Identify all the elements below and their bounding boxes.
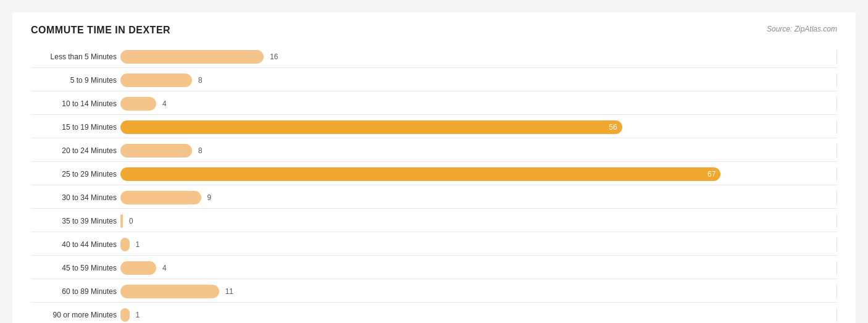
- bar-fill: 4: [120, 261, 156, 275]
- bar-label: Less than 5 Minutes: [31, 52, 120, 61]
- bar-fill: 8: [120, 144, 192, 157]
- bar-track: 11: [120, 285, 837, 298]
- bar-value: 0: [127, 217, 133, 225]
- bar-fill: 8: [120, 73, 192, 87]
- bar-fill: 4: [120, 97, 156, 111]
- bar-value: 16: [267, 52, 278, 61]
- bar-label: 35 to 39 Minutes: [31, 217, 120, 225]
- bar-track: 4: [120, 261, 837, 275]
- bar-label: 40 to 44 Minutes: [31, 240, 120, 249]
- bar-track: 0: [120, 214, 837, 228]
- bar-label: 90 or more Minutes: [31, 311, 120, 319]
- bar-label: 5 to 9 Minutes: [31, 76, 120, 85]
- bar-row: 25 to 29 Minutes67: [31, 163, 837, 185]
- bar-label: 30 to 34 Minutes: [31, 193, 120, 202]
- bar-row: 5 to 9 Minutes8: [31, 69, 837, 91]
- bar-track: 16: [120, 50, 837, 64]
- bar-track: 8: [120, 144, 837, 157]
- bar-label: 60 to 89 Minutes: [31, 287, 120, 296]
- bar-value: 67: [707, 170, 716, 178]
- bar-track: 1: [120, 308, 837, 322]
- bar-value: 56: [609, 123, 617, 132]
- bar-label: 15 to 19 Minutes: [31, 123, 120, 132]
- bar-row: 40 to 44 Minutes1: [31, 233, 837, 256]
- bar-label: 25 to 29 Minutes: [31, 170, 120, 178]
- bar-fill: 16: [120, 50, 264, 64]
- bar-track: 67: [120, 167, 837, 181]
- bar-track: 9: [120, 191, 837, 204]
- bar-row: 90 or more Minutes1: [31, 304, 837, 323]
- bar-row: 30 to 34 Minutes9: [31, 187, 837, 209]
- bar-fill: 56: [120, 120, 622, 134]
- bar-value: 8: [196, 146, 202, 155]
- bar-row: 10 to 14 Minutes4: [31, 93, 837, 115]
- bars-area: Less than 5 Minutes165 to 9 Minutes810 t…: [31, 46, 837, 323]
- bar-value: 1: [133, 311, 140, 319]
- bar-track: 56: [120, 120, 837, 134]
- bar-row: Less than 5 Minutes16: [31, 46, 837, 68]
- bar-row: 20 to 24 Minutes8: [31, 140, 837, 162]
- bar-fill: 0: [120, 214, 123, 228]
- chart-source: Source: ZipAtlas.com: [767, 25, 837, 33]
- bar-value: 4: [160, 99, 167, 108]
- bar-value: 11: [223, 287, 233, 296]
- bar-row: 60 to 89 Minutes11: [31, 280, 837, 303]
- bar-value: 8: [196, 76, 202, 85]
- bar-track: 8: [120, 73, 837, 87]
- bar-fill: 9: [120, 191, 201, 204]
- bar-fill: 1: [120, 308, 130, 322]
- bar-fill: 1: [120, 238, 130, 251]
- bar-track: 1: [120, 238, 837, 251]
- bar-label: 10 to 14 Minutes: [31, 99, 120, 108]
- chart-title: COMMUTE TIME IN DEXTER: [31, 25, 170, 36]
- chart-container: COMMUTE TIME IN DEXTER Source: ZipAtlas.…: [12, 12, 856, 323]
- bar-label: 45 to 59 Minutes: [31, 264, 120, 272]
- chart-header: COMMUTE TIME IN DEXTER Source: ZipAtlas.…: [31, 25, 837, 36]
- bar-value: 4: [160, 264, 167, 272]
- bar-fill: 11: [120, 285, 219, 298]
- bar-row: 45 to 59 Minutes4: [31, 257, 837, 279]
- bar-row: 35 to 39 Minutes0: [31, 210, 837, 232]
- bar-track: 4: [120, 97, 837, 111]
- bar-label: 20 to 24 Minutes: [31, 146, 120, 155]
- bar-fill: 67: [120, 167, 720, 181]
- bar-value: 1: [133, 240, 140, 249]
- bar-value: 9: [205, 193, 212, 202]
- bar-row: 15 to 19 Minutes56: [31, 116, 837, 138]
